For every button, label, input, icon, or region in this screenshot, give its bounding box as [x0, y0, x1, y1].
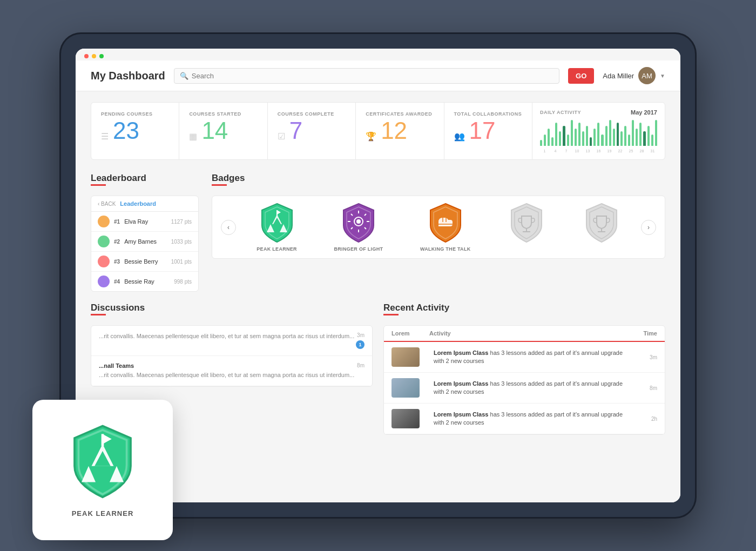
- leaderboard-section: Leaderboard ‹ BACK Leaderboard #1 Elva R…: [91, 173, 199, 292]
- chart-bar: [544, 135, 546, 146]
- peak-learner-shield: [258, 203, 296, 243]
- badge-locked-1: [508, 203, 545, 252]
- activity-row-2: Lorem Ipsum Class has 3 lessons added as…: [384, 373, 665, 404]
- disc-text-2: ...rit convallis. Maecenas pellentesque …: [99, 371, 357, 379]
- peak-learner-card-label: PEAK LEARNER: [72, 509, 134, 518]
- chart-bar: [617, 123, 619, 146]
- chart-bar: [555, 123, 557, 146]
- chart-bar: [597, 123, 599, 146]
- sections-row: Leaderboard ‹ BACK Leaderboard #1 Elva R…: [91, 173, 665, 292]
- chart-bar: [601, 135, 603, 146]
- chart-bar: [651, 135, 653, 146]
- disc-time-2: 8m: [357, 362, 364, 368]
- lb-avatar: [98, 276, 110, 287]
- activity-thumb-2: [392, 378, 420, 398]
- col-label-activity: Activity: [429, 330, 630, 337]
- disc-item-2[interactable]: ...nall Teams ...rit convallis. Maecenas…: [91, 356, 372, 386]
- chart-bar: [632, 120, 634, 146]
- badges-title: Badges: [212, 173, 245, 184]
- go-button[interactable]: GO: [568, 68, 594, 84]
- disc-item-1[interactable]: ...rit convallis. Maecenas pellentesque …: [91, 326, 372, 356]
- lb-pts: 998 pts: [174, 279, 192, 285]
- discussions-title: Discussions: [91, 303, 145, 313]
- chart-bar: [590, 137, 592, 146]
- header: My Dashboard 🔍 GO Ada Miller AM ▼: [76, 61, 680, 91]
- walking-the-talk-shield: [427, 203, 464, 243]
- chart-x-label: 1: [540, 149, 549, 153]
- dot-yellow: [92, 54, 96, 58]
- search-icon: 🔍: [180, 72, 188, 80]
- lb-avatar: [98, 236, 110, 247]
- chart-bar: [605, 126, 608, 146]
- badge-peak-learner-label: PEAK LEARNER: [256, 246, 297, 252]
- bringer-of-light-shield: [340, 203, 377, 243]
- chart-bar: [639, 123, 642, 146]
- bottom-row: Discussions ...rit convallis. Maecenas p…: [91, 303, 665, 435]
- activity-month: May 2017: [631, 109, 657, 116]
- locked-badge-2-shield: [583, 203, 620, 243]
- chart-x-label: 19: [605, 149, 614, 153]
- stat-label-certs: CERTIFICATES AWARDED: [366, 111, 434, 117]
- stat-pending-courses: PENDING COURSES ☰ 23: [91, 103, 179, 159]
- chart-x-label: 13: [583, 149, 592, 153]
- leaderboard-row[interactable]: #4 Bessie Ray 998 pts: [91, 272, 198, 291]
- leaderboard-row[interactable]: #3 Bessie Berry 1001 pts: [91, 252, 198, 272]
- disc-badge-1: 1: [356, 340, 364, 349]
- badges-list: PEAK LEARNER: [236, 203, 641, 252]
- lb-avatar: [98, 256, 110, 267]
- search-input[interactable]: [192, 72, 554, 80]
- peak-learner-card: PEAK LEARNER: [32, 400, 173, 540]
- activity-thumb-1: [392, 347, 420, 367]
- stat-courses-complete: COURSES COMPLETE ☑ 7: [268, 103, 356, 159]
- chart-bar: [551, 137, 554, 146]
- cert-icon: 🏆: [366, 131, 376, 142]
- activity-text-2: Lorem Ipsum Class has 3 lessons added as…: [434, 380, 626, 397]
- badge-locked-2: [583, 203, 620, 252]
- svg-point-15: [356, 219, 361, 224]
- stat-label-complete: COURSES COMPLETE: [278, 111, 346, 117]
- activity-text-1: Lorem Ipsum Class has 3 lessons added as…: [434, 349, 626, 366]
- lb-name: Bessie Ray: [124, 278, 170, 285]
- lb-rank: #4: [114, 279, 120, 285]
- recent-activity-title: Recent Activity: [383, 303, 449, 313]
- chart-bar: [593, 129, 596, 146]
- chart-x-label: 31: [648, 149, 657, 153]
- discussions-panel: ...rit convallis. Maecenas pellentesque …: [91, 325, 373, 387]
- chevron-down-icon: ▼: [660, 73, 665, 79]
- col-label-lorem: Lorem: [392, 330, 429, 337]
- leaderboard-row[interactable]: #1 Elva Ray 1127 pts: [91, 212, 198, 232]
- dashboard-title: My Dashboard: [91, 70, 165, 82]
- leaderboard-panel: ‹ BACK Leaderboard #1 Elva Ray 1127 pts …: [91, 196, 199, 292]
- search-bar[interactable]: 🔍: [174, 68, 559, 84]
- lb-name: Bessie Berry: [124, 258, 167, 265]
- stat-label-collab: TOTAL COLLABORATIONS: [454, 111, 522, 117]
- activity-time-2: 8m: [630, 385, 657, 391]
- locked-badge-1-shield: [508, 203, 545, 243]
- stat-value-pending: 23: [113, 119, 139, 143]
- chart-bar: [578, 123, 580, 146]
- lb-back-button[interactable]: ‹ BACK: [98, 201, 116, 207]
- peak-learner-card-shield: [68, 422, 138, 501]
- stat-certificates: CERTIFICATES AWARDED 🏆 12: [356, 103, 444, 159]
- badge-peak-learner: PEAK LEARNER: [256, 203, 297, 252]
- activity-table-header: Lorem Activity Time: [384, 326, 665, 342]
- chart-bar: [628, 135, 630, 146]
- lb-leaderboard-link[interactable]: Leaderboard: [120, 200, 156, 207]
- chart-bar: [643, 131, 645, 146]
- chart-bar: [655, 120, 657, 146]
- chart-bar: [540, 140, 542, 146]
- disc-title-2: ...nall Teams: [99, 362, 357, 369]
- user-name: Ada Miller: [603, 72, 634, 80]
- chart-bar: [620, 131, 623, 146]
- lb-rank: #3: [114, 259, 120, 265]
- lb-name: Elva Ray: [124, 218, 167, 225]
- chart-bar: [586, 126, 588, 146]
- leaderboard-row[interactable]: #2 Amy Barnes 1033 pts: [91, 232, 198, 252]
- stat-courses-started: COURSES STARTED ▦ 14: [179, 103, 267, 159]
- badges-prev-button[interactable]: ‹: [221, 220, 236, 235]
- badges-next-button[interactable]: ›: [641, 220, 656, 235]
- title-bar: [76, 49, 680, 61]
- stat-collaborations: TOTAL COLLABORATIONS 👥 17: [444, 103, 532, 159]
- disc-text-1: ...rit convallis. Maecenas pellentesque …: [99, 332, 356, 340]
- stat-value-certs: 12: [381, 119, 407, 143]
